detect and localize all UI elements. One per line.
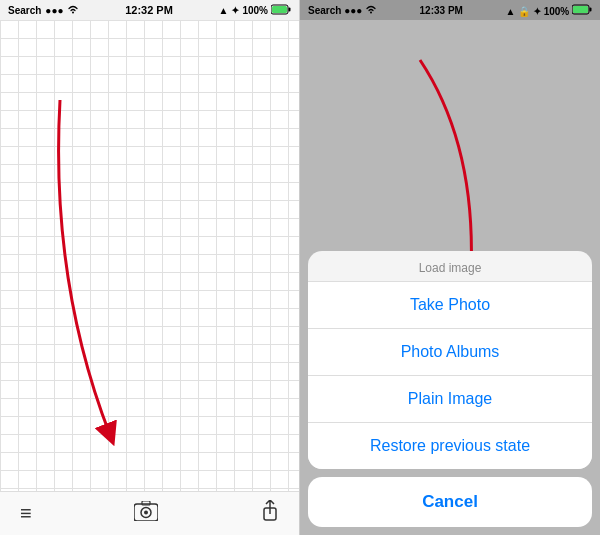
battery-right: 100%	[544, 6, 570, 17]
lock-icon-right: 🔒	[518, 6, 530, 17]
cancel-button[interactable]: Cancel	[308, 477, 592, 527]
battery-icon-right	[572, 6, 592, 17]
left-status-bar: Search ●●● 12:32 PM ▲ ✦ 100%	[0, 0, 299, 20]
battery-left: 100%	[242, 5, 268, 16]
wifi-icon-right	[365, 5, 377, 16]
menu-icon[interactable]: ≡	[20, 502, 31, 525]
signal-left: ●●●	[45, 5, 63, 16]
share-icon[interactable]	[261, 500, 279, 527]
action-sheet-title: Load image	[308, 251, 592, 282]
signal-right: ●●●	[344, 5, 362, 16]
location-icon-right: ▲	[505, 6, 515, 17]
svg-point-6	[144, 511, 148, 515]
restore-previous-state-option[interactable]: Restore previous state	[308, 423, 592, 469]
bluetooth-icon-left: ✦	[231, 5, 239, 16]
left-status-left: Search ●●●	[8, 4, 79, 16]
search-label-right: Search	[308, 5, 341, 16]
right-status-right: ▲ 🔒 ✦ 100%	[505, 4, 592, 17]
action-sheet-container: Load image Take Photo Photo Albums Plain…	[300, 243, 600, 535]
battery-icon-left	[271, 4, 291, 17]
plain-image-option[interactable]: Plain Image	[308, 376, 592, 423]
right-status-left: Search ●●●	[308, 4, 377, 16]
right-status-bar: Search ●●● 12:33 PM ▲ 🔒 ✦ 100%	[300, 0, 600, 20]
wifi-icon-left	[67, 4, 79, 16]
location-icon-left: ▲	[219, 5, 229, 16]
left-status-right: ▲ ✦ 100%	[219, 4, 291, 17]
time-right: 12:33 PM	[420, 5, 463, 16]
svg-rect-10	[589, 7, 591, 11]
take-photo-option[interactable]: Take Photo	[308, 282, 592, 329]
svg-rect-11	[573, 6, 588, 13]
camera-icon[interactable]	[134, 501, 158, 526]
time-left: 12:32 PM	[125, 4, 173, 16]
action-sheet-cancel: Cancel	[308, 477, 592, 527]
grid-canvas-area	[0, 20, 299, 491]
left-screen: Search ●●● 12:32 PM ▲ ✦ 100%	[0, 0, 300, 535]
svg-rect-1	[288, 7, 290, 11]
grid-background	[0, 20, 299, 491]
search-label-left: Search	[8, 5, 41, 16]
bluetooth-icon-right: ✦	[533, 6, 541, 17]
right-screen: Search ●●● 12:33 PM ▲ 🔒 ✦ 100%	[300, 0, 600, 535]
svg-rect-2	[272, 6, 287, 13]
left-toolbar: ≡	[0, 491, 299, 535]
photo-albums-option[interactable]: Photo Albums	[308, 329, 592, 376]
action-sheet: Load image Take Photo Photo Albums Plain…	[308, 251, 592, 469]
